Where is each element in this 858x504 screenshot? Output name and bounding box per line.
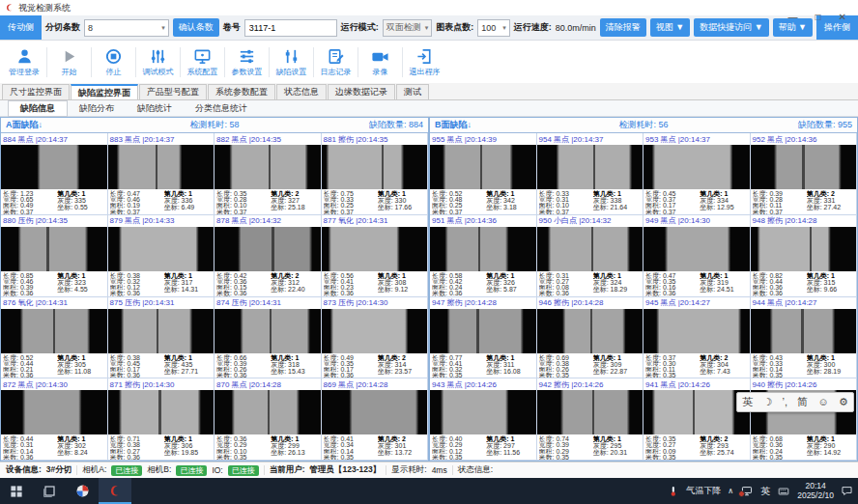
network-icon[interactable] [740,485,754,497]
defect-cell-943[interactable]: 943 黑点 |20:14:26长度: 0.40宽度: 0.29面积: 0.12… [430,378,537,461]
ime-language-indicator[interactable]: 英 [760,485,770,498]
defect-cell-879[interactable]: 879 黑点 |20:14:33长度: 0.38宽度: 0.32面积: 0.12… [108,215,215,297]
defect-cell-872[interactable]: 872 黑点 |20:14:30长度: 0.44宽度: 0.31面积: 0.14… [1,378,108,461]
defect-label: 882 黑点 |20:14:35 [214,133,321,145]
defect-cell-953[interactable]: 953 黑点 |20:14:37长度: 0.45宽度: 0.37面积: 0.17… [644,133,751,215]
panel-header: B面缺陷↓检测耗时: 56缺陷数量: 955 [430,118,857,133]
toolbar-defect-button[interactable]: 缺陷设置 [269,47,313,77]
defect-cell-949[interactable]: 949 黑点 |20:14:30长度: 0.47宽度: 0.35面积: 0.16… [644,215,751,297]
defect-image [537,227,644,271]
action-center-icon[interactable] [841,485,853,497]
toolbar-log-button[interactable]: 日志记录 [313,47,358,77]
start-button[interactable] [0,478,33,504]
defect-cell-945[interactable]: 945 黑点 |20:14:27长度: 0.37宽度: 0.30面积: 0.11… [644,297,751,379]
defect-cell-870[interactable]: 870 黑点 |20:14:28长度: 0.36宽度: 0.29面积: 0.10… [214,378,322,461]
defect-cell-875[interactable]: 875 压伤 |20:14:31长度: 0.38宽度: 0.45面积: 0.17… [108,297,215,379]
defect-cell-952[interactable]: 952 黑点 |20:14:36长度: 0.39宽度: 0.28面积: 0.11… [751,133,858,215]
defect-cell-880[interactable]: 880 压伤 |20:14:35长度: 0.85宽度: 0.46面积: 0.39… [1,215,108,297]
maximize-button[interactable]: □ [815,13,821,22]
defect-cell-946[interactable]: 946 擦伤 |20:14:28长度: 0.69宽度: 0.38面积: 0.26… [537,297,644,379]
panel-title[interactable]: A面缺陷↓ [6,119,131,131]
panel-title[interactable]: B面缺陷↓ [435,119,560,131]
weather-text[interactable]: 气温下降 [686,485,721,497]
play-icon [60,47,78,66]
params-icon [238,47,256,66]
defect-meta: 长度: 0.68宽度: 0.36面积: 0.24米数: 0.35第几类: 1灰度… [751,434,857,460]
clear-alarm-button[interactable]: 清除报警 [600,18,646,37]
slit-count-select[interactable]: 8▾ [84,19,169,37]
ime-settings-icon[interactable]: ⚙ [839,397,848,407]
defect-meta: 长度: 0.74宽度: 0.39面积: 0.29米数: 0.35第几类: 1灰度… [537,434,644,460]
chart-points-select[interactable]: 100▾ [477,19,509,37]
touch-keyboard-icon[interactable] [777,486,790,497]
ime-halfwidth-moon-icon[interactable]: ☽ [762,397,772,407]
defect-cell-940[interactable]: 940 擦伤 |20:14:26长度: 0.68宽度: 0.36面积: 0.24… [751,378,858,461]
defect-cell-950[interactable]: 950 小白点 |20:14:32长度: 0.31宽度: 0.27面积: 0.0… [537,215,644,297]
taskbar-app-detection[interactable] [99,478,131,504]
defect-cell-873[interactable]: 873 压伤 |20:14:30长度: 0.49宽度: 0.35面积: 0.17… [322,297,429,379]
tray-expand-chevron[interactable]: ∧ [728,487,733,495]
slit-count-value: 8 [88,23,93,33]
defect-meta: 长度: 0.42宽度: 0.36面积: 0.15米数: 0.36第几类: 2灰度… [214,271,321,296]
toolbar-stop-button[interactable]: 停止 [91,47,135,77]
toolbar-camera-button[interactable]: 录像 [358,47,402,77]
toolbar-exit-button[interactable]: 退出程序 [402,47,446,77]
defect-cell-869[interactable]: 869 黑点 |20:14:28长度: 0.41宽度: 0.34面积: 0.14… [322,378,429,461]
toolbar-button-label: 调试模式 [143,67,174,77]
thermometer-icon[interactable] [668,485,679,498]
defect-cell-951[interactable]: 951 黑点 |20:14:36长度: 0.58宽度: 0.42面积: 0.24… [430,215,537,297]
defect-label: 941 黑点 |20:14:26 [644,378,750,390]
run-mode-select[interactable]: 双面检测▾ [383,19,433,37]
defect-cell-947[interactable]: 947 擦伤 |20:14:28长度: 0.77宽度: 0.41面积: 0.32… [430,297,537,379]
ime-emoji-icon[interactable]: ☺ [818,397,829,407]
defect-cell-884[interactable]: 884 黑点 |20:14:37长度: 1.23宽度: 0.65面积: 0.49… [1,133,108,215]
toolbar-params-button[interactable]: 参数设置 [224,47,269,77]
defect-cell-942[interactable]: 942 擦伤 |20:14:26长度: 0.74宽度: 0.39面积: 0.29… [537,378,644,461]
main-tab-5[interactable]: 边缘数据记录 [328,84,395,99]
main-tabs: 尺寸监控界面缺陷监控界面产品型号配置系统参数配置状态信息边缘数据记录测试 [0,83,858,100]
close-button[interactable]: ✕ [839,13,846,22]
toolbar-monitor-button[interactable]: 系统配置 [180,47,224,77]
ime-lang-en[interactable]: 英 [742,397,753,407]
toolbar-user-button[interactable]: 管理登录 [2,47,46,77]
main-tab-0[interactable]: 尺寸监控界面 [2,84,70,99]
task-view-button[interactable] [33,478,66,504]
defect-cell-944[interactable]: 944 黑点 |20:14:27长度: 0.43宽度: 0.33面积: 0.14… [751,297,858,379]
sub-tab-1[interactable]: 缺陷分布 [68,101,126,116]
view-menu-button[interactable]: 视图 ▼ [650,18,690,37]
main-tab-6[interactable]: 测试 [396,84,429,99]
defect-cell-954[interactable]: 954 黑点 |20:14:37长度: 0.33宽度: 0.31面积: 0.10… [537,133,644,215]
main-tab-3[interactable]: 系统参数配置 [208,84,275,99]
toolbar-debug-button[interactable]: 调试模式 [135,47,180,77]
toolbar-play-button[interactable]: 开始 [46,47,91,77]
defect-cell-877[interactable]: 877 氧化 |20:14:31长度: 0.56宽度: 0.41面积: 0.23… [322,215,429,297]
clock[interactable]: 20:14 2025/2/10 [797,482,834,501]
defect-cell-941[interactable]: 941 黑点 |20:14:26长度: 0.35宽度: 0.27面积: 0.09… [644,378,751,461]
confirm-count-button[interactable]: 确认条数 [173,18,219,37]
sub-tab-3[interactable]: 分类信息统计 [184,101,259,116]
drive-side-button[interactable]: 传动侧 [0,15,42,40]
roll-number-input[interactable] [244,19,337,37]
sub-tab-0[interactable]: 缺陷信息 [8,100,68,117]
defect-cell-876[interactable]: 876 氧化 |20:14:31长度: 0.52宽度: 0.44面积: 0.21… [1,297,108,379]
sub-tab-2[interactable]: 缺陷统计 [126,101,184,116]
defect-cell-955[interactable]: 955 黑点 |20:14:39长度: 0.52宽度: 0.48面积: 0.25… [430,133,537,215]
main-tab-2[interactable]: 产品型号配置 [139,84,207,99]
defect-cell-871[interactable]: 871 擦伤 |20:14:30长度: 0.71宽度: 0.38面积: 0.27… [108,378,215,461]
defect-label: 944 黑点 |20:14:27 [751,297,857,309]
defect-cell-874[interactable]: 874 压伤 |20:14:31长度: 0.66宽度: 0.39面积: 0.26… [214,297,322,379]
status-bar: 设备信息: 3#分切 相机A: 已连接 相机B: 已连接 IO: 已连接 当前用… [0,462,858,478]
defect-cell-878[interactable]: 878 黑点 |20:14:32长度: 0.42宽度: 0.36面积: 0.15… [214,215,322,297]
data-access-menu-button[interactable]: 数据快捷访问 ▼ [694,18,768,37]
defect-meta: 长度: 0.47宽度: 0.46面积: 0.19米数: 0.37第几类: 1灰度… [108,189,214,214]
defect-cell-882[interactable]: 882 黑点 |20:14:35长度: 0.35宽度: 0.28面积: 0.10… [214,133,322,215]
taskbar-app-browser[interactable] [66,478,99,504]
ime-simplified[interactable]: 简 [797,397,808,407]
defect-cell-948[interactable]: 948 擦伤 |20:14:28长度: 0.82宽度: 0.44面积: 0.36… [751,215,858,297]
main-tab-1[interactable]: 缺陷监控界面 [71,84,138,99]
minimize-button[interactable]: — [788,13,798,22]
ime-punctuation-icon[interactable]: ’, [783,397,788,407]
main-tab-4[interactable]: 状态信息 [276,84,327,99]
defect-cell-883[interactable]: 883 黑点 |20:14:37长度: 0.47宽度: 0.46面积: 0.19… [108,133,215,215]
defect-cell-881[interactable]: 881 擦伤 |20:14:35长度: 0.75宽度: 0.33面积: 0.25… [322,133,429,215]
